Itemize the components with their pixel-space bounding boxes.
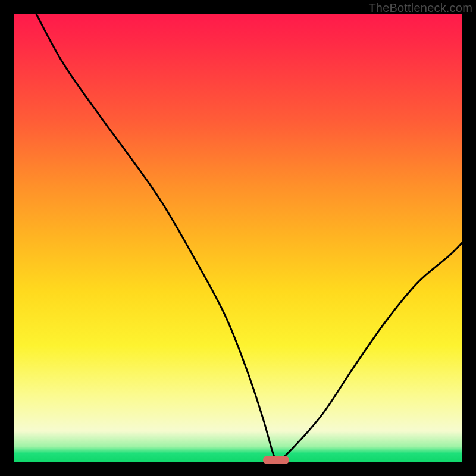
curve-path [36,14,462,458]
bottleneck-curve [14,14,462,462]
chart-frame [14,14,462,462]
watermark-text: TheBottleneck.com [368,1,472,15]
optimal-marker [263,456,289,464]
